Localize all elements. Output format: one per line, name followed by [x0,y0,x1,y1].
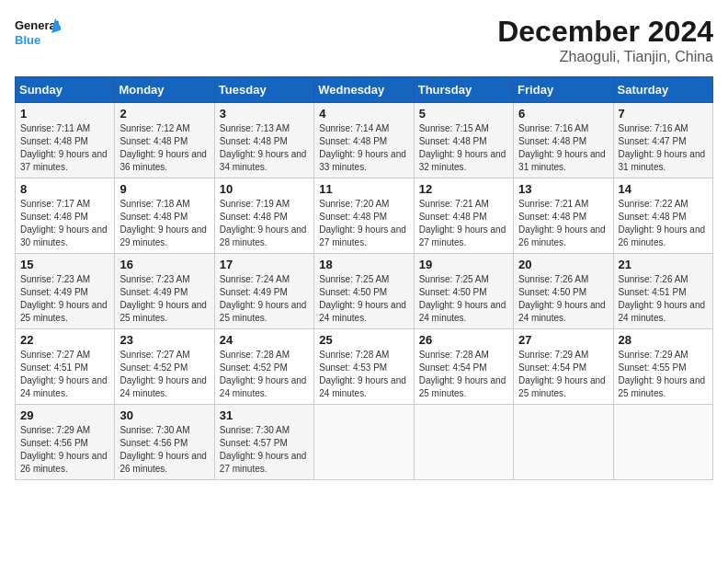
calendar-day-cell: 26 Sunrise: 7:28 AMSunset: 4:54 PMDaylig… [414,329,513,405]
calendar-day-cell: 20 Sunrise: 7:26 AMSunset: 4:50 PMDaylig… [514,254,613,329]
day-number: 28 [619,333,708,347]
day-info: Sunrise: 7:26 AMSunset: 4:50 PMDaylight:… [518,273,608,325]
day-number: 6 [518,107,608,121]
day-info: Sunrise: 7:21 AMSunset: 4:48 PMDaylight:… [419,198,508,249]
day-info: Sunrise: 7:12 AMSunset: 4:48 PMDaylight:… [119,122,209,174]
calendar-day-cell [613,405,712,480]
calendar-day-cell: 16 Sunrise: 7:23 AMSunset: 4:49 PMDaylig… [115,254,214,329]
day-number: 25 [319,333,408,347]
day-number: 7 [619,107,708,121]
day-info: Sunrise: 7:11 AMSunset: 4:48 PMDaylight:… [20,122,109,174]
day-info: Sunrise: 7:15 AMSunset: 4:48 PMDaylight:… [419,122,508,174]
day-info: Sunrise: 7:18 AMSunset: 4:48 PMDaylight:… [119,198,209,249]
day-number: 31 [220,408,309,422]
day-number: 16 [119,258,209,271]
weekday-header: Thursday [414,77,513,103]
calendar-day-cell: 19 Sunrise: 7:25 AMSunset: 4:50 PMDaylig… [414,254,513,329]
weekday-header: Saturday [613,77,712,103]
page-header: General Blue December 2024 Zhaoguli, Tia… [15,15,713,65]
day-number: 14 [619,182,708,196]
calendar-day-cell: 15 Sunrise: 7:23 AMSunset: 4:49 PMDaylig… [16,254,115,329]
day-number: 1 [20,107,109,121]
month-title: December 2024 [497,15,713,49]
calendar-day-cell: 23 Sunrise: 7:27 AMSunset: 4:52 PMDaylig… [115,329,214,405]
calendar-day-cell: 14 Sunrise: 7:22 AMSunset: 4:48 PMDaylig… [613,178,712,254]
day-info: Sunrise: 7:16 AMSunset: 4:47 PMDaylight:… [619,122,708,174]
day-info: Sunrise: 7:16 AMSunset: 4:48 PMDaylight:… [518,122,608,174]
day-info: Sunrise: 7:29 AMSunset: 4:55 PMDaylight:… [619,349,708,400]
day-info: Sunrise: 7:14 AMSunset: 4:48 PMDaylight:… [319,122,408,174]
day-number: 19 [419,258,508,271]
day-info: Sunrise: 7:27 AMSunset: 4:52 PMDaylight:… [119,349,209,400]
calendar-day-cell: 12 Sunrise: 7:21 AMSunset: 4:48 PMDaylig… [414,178,513,254]
calendar-day-cell: 3 Sunrise: 7:13 AMSunset: 4:48 PMDayligh… [214,103,313,178]
day-number: 30 [119,408,209,422]
calendar-day-cell: 30 Sunrise: 7:30 AMSunset: 4:56 PMDaylig… [115,405,214,480]
day-info: Sunrise: 7:22 AMSunset: 4:48 PMDaylight:… [619,198,708,249]
calendar-day-cell: 21 Sunrise: 7:26 AMSunset: 4:51 PMDaylig… [613,254,712,329]
day-info: Sunrise: 7:27 AMSunset: 4:51 PMDaylight:… [20,349,109,400]
day-info: Sunrise: 7:24 AMSunset: 4:49 PMDaylight:… [220,273,309,325]
day-info: Sunrise: 7:20 AMSunset: 4:48 PMDaylight:… [319,198,408,249]
calendar-day-cell: 28 Sunrise: 7:29 AMSunset: 4:55 PMDaylig… [613,329,712,405]
weekday-header-row: SundayMondayTuesdayWednesdayThursdayFrid… [16,77,713,103]
calendar-day-cell: 8 Sunrise: 7:17 AMSunset: 4:48 PMDayligh… [16,178,115,254]
day-number: 24 [220,333,309,347]
day-info: Sunrise: 7:29 AMSunset: 4:56 PMDaylight:… [20,424,109,476]
day-number: 26 [419,333,508,347]
day-info: Sunrise: 7:25 AMSunset: 4:50 PMDaylight:… [319,273,408,325]
day-number: 18 [319,258,408,271]
day-number: 11 [319,182,408,196]
calendar-day-cell [514,405,613,480]
calendar-day-cell: 11 Sunrise: 7:20 AMSunset: 4:48 PMDaylig… [314,178,414,254]
calendar-day-cell: 22 Sunrise: 7:27 AMSunset: 4:51 PMDaylig… [16,329,115,405]
day-info: Sunrise: 7:29 AMSunset: 4:54 PMDaylight:… [518,349,608,400]
day-info: Sunrise: 7:19 AMSunset: 4:48 PMDaylight:… [220,198,309,249]
calendar-table: SundayMondayTuesdayWednesdayThursdayFrid… [15,76,713,480]
weekday-header: Tuesday [214,77,313,103]
location: Zhaoguli, Tianjin, China [497,49,713,65]
logo-svg: General Blue [15,15,61,52]
calendar-day-cell: 9 Sunrise: 7:18 AMSunset: 4:48 PMDayligh… [115,178,214,254]
day-number: 9 [119,182,209,196]
calendar-day-cell: 17 Sunrise: 7:24 AMSunset: 4:49 PMDaylig… [214,254,313,329]
day-number: 15 [20,258,109,271]
calendar-day-cell: 18 Sunrise: 7:25 AMSunset: 4:50 PMDaylig… [314,254,414,329]
day-number: 29 [20,408,109,422]
day-info: Sunrise: 7:30 AMSunset: 4:56 PMDaylight:… [119,424,209,476]
day-number: 20 [518,258,608,271]
day-info: Sunrise: 7:17 AMSunset: 4:48 PMDaylight:… [20,198,109,249]
calendar-day-cell: 29 Sunrise: 7:29 AMSunset: 4:56 PMDaylig… [16,405,115,480]
day-info: Sunrise: 7:23 AMSunset: 4:49 PMDaylight:… [119,273,209,325]
day-number: 2 [119,107,209,121]
calendar-day-cell: 7 Sunrise: 7:16 AMSunset: 4:47 PMDayligh… [613,103,712,178]
weekday-header: Friday [514,77,613,103]
calendar-day-cell: 6 Sunrise: 7:16 AMSunset: 4:48 PMDayligh… [514,103,613,178]
weekday-header: Wednesday [314,77,414,103]
day-number: 3 [220,107,309,121]
day-number: 17 [220,258,309,271]
day-number: 12 [419,182,508,196]
day-number: 4 [319,107,408,121]
day-number: 8 [20,182,109,196]
title-block: December 2024 Zhaoguli, Tianjin, China [497,15,713,65]
day-info: Sunrise: 7:30 AMSunset: 4:57 PMDaylight:… [220,424,309,476]
weekday-header: Monday [115,77,214,103]
logo: General Blue [15,15,61,52]
calendar-day-cell: 13 Sunrise: 7:21 AMSunset: 4:48 PMDaylig… [514,178,613,254]
day-info: Sunrise: 7:26 AMSunset: 4:51 PMDaylight:… [619,273,708,325]
weekday-header: Sunday [16,77,115,103]
day-info: Sunrise: 7:13 AMSunset: 4:48 PMDaylight:… [220,122,309,174]
svg-text:Blue: Blue [15,33,40,47]
calendar-day-cell: 2 Sunrise: 7:12 AMSunset: 4:48 PMDayligh… [115,103,214,178]
calendar-week-row: 8 Sunrise: 7:17 AMSunset: 4:48 PMDayligh… [16,178,713,254]
day-number: 21 [619,258,708,271]
calendar-day-cell: 4 Sunrise: 7:14 AMSunset: 4:48 PMDayligh… [314,103,414,178]
day-number: 10 [220,182,309,196]
day-number: 27 [518,333,608,347]
calendar-day-cell [314,405,414,480]
calendar-day-cell: 31 Sunrise: 7:30 AMSunset: 4:57 PMDaylig… [214,405,313,480]
calendar-day-cell [414,405,513,480]
day-info: Sunrise: 7:28 AMSunset: 4:54 PMDaylight:… [419,349,508,400]
calendar-week-row: 15 Sunrise: 7:23 AMSunset: 4:49 PMDaylig… [16,254,713,329]
